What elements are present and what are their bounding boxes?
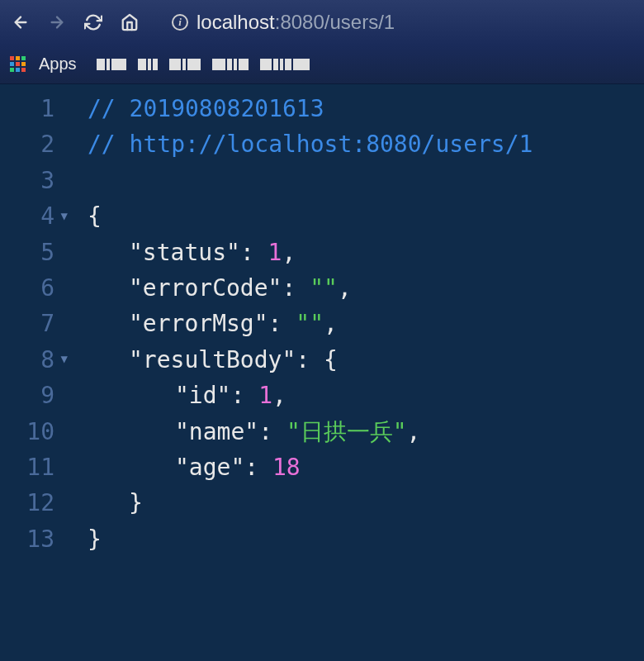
line-number: 4▼: [0, 198, 64, 234]
reload-button[interactable]: [83, 12, 104, 33]
line-number: 10: [0, 414, 64, 449]
code-content: "id": 1,: [64, 378, 286, 413]
code-line: 12}: [0, 485, 644, 521]
bookmark-item[interactable]: [169, 59, 201, 70]
url-host: localhost: [197, 11, 275, 33]
code-line: 2// http://localhost:8080/users/1: [0, 126, 644, 162]
back-button[interactable]: [10, 12, 31, 33]
url-path: :8080/users/1: [275, 11, 395, 33]
apps-icon[interactable]: [10, 56, 26, 72]
code-line: 1// 20190808201613: [0, 91, 644, 126]
apps-label[interactable]: Apps: [39, 55, 77, 74]
url-text: localhost:8080/users/1: [197, 11, 395, 34]
fold-toggle-icon[interactable]: ▼: [61, 351, 68, 369]
address-bar[interactable]: i localhost:8080/users/1: [172, 11, 634, 34]
code-line: 3: [0, 163, 644, 198]
line-number: 2: [0, 126, 64, 162]
line-number: 8▼: [0, 342, 64, 378]
code-content: {: [64, 198, 102, 234]
code-content: // 20190808201613: [64, 91, 324, 126]
fold-toggle-icon[interactable]: ▼: [61, 207, 68, 226]
bookmark-item[interactable]: [212, 59, 249, 70]
bookmark-item[interactable]: [138, 59, 158, 70]
browser-toolbar: i localhost:8080/users/1: [0, 0, 644, 45]
line-number: 6: [0, 270, 64, 306]
code-line: 7"errorMsg": "",: [0, 306, 644, 341]
line-number: 3: [0, 163, 64, 198]
line-number: 9: [0, 378, 64, 413]
site-info-icon[interactable]: i: [172, 14, 188, 31]
code-content: "name": "日拱一兵",: [64, 414, 420, 449]
code-line: 13}: [0, 521, 644, 557]
code-line: 5"status": 1,: [0, 235, 644, 270]
code-content: }: [64, 521, 102, 557]
code-content: "resultBody": {: [64, 342, 338, 378]
code-content: "status": 1,: [64, 235, 296, 270]
line-number: 7: [0, 306, 64, 341]
line-number: 12: [0, 485, 64, 521]
code-viewer: 1// 201908082016132// http://localhost:8…: [0, 84, 644, 557]
bookmark-bar: Apps: [0, 45, 644, 84]
code-content: "age": 18: [64, 449, 301, 485]
line-number: 5: [0, 235, 64, 270]
code-line: 8▼"resultBody": {: [0, 342, 644, 378]
code-content: "errorMsg": "",: [64, 306, 338, 341]
forward-button[interactable]: [46, 12, 68, 33]
code-line: 6"errorCode": "",: [0, 270, 644, 306]
code-content: }: [64, 485, 143, 521]
code-content: // http://localhost:8080/users/1: [64, 126, 533, 162]
code-content: "errorCode": "",: [64, 270, 352, 306]
code-line: 4▼{: [0, 198, 644, 234]
bookmark-item[interactable]: [97, 59, 126, 70]
code-line: 9"id": 1,: [0, 378, 644, 413]
bookmark-item[interactable]: [260, 59, 310, 70]
code-line: 11"age": 18: [0, 449, 644, 485]
home-button[interactable]: [119, 12, 140, 33]
code-line: 10"name": "日拱一兵",: [0, 414, 644, 449]
line-number: 13: [0, 521, 64, 557]
line-number: 1: [0, 91, 64, 126]
line-number: 11: [0, 449, 64, 485]
